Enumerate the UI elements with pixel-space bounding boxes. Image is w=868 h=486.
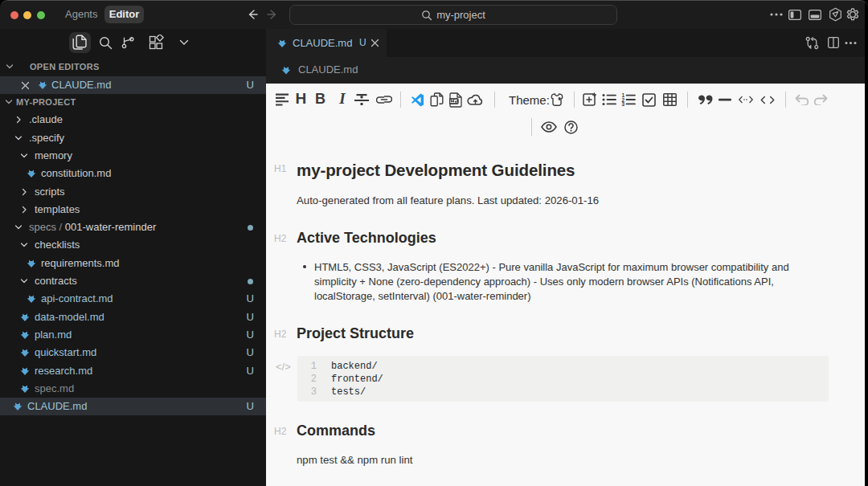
svg-text:3: 3 [622, 101, 625, 106]
